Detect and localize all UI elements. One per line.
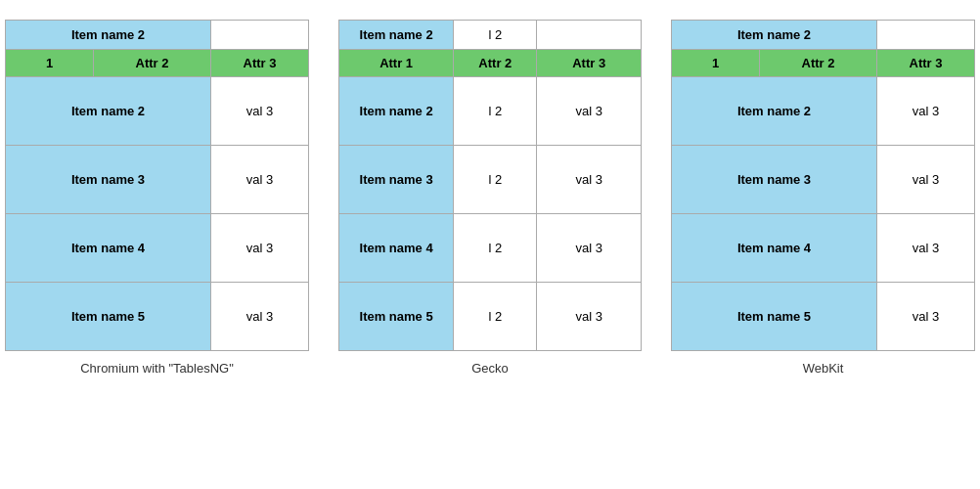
val3-cell: val 3: [537, 214, 642, 283]
header-attr3: Attr 3: [211, 50, 309, 77]
val3-cell: val 3: [877, 283, 975, 351]
partial-val2-cell: l 2: [454, 21, 537, 50]
val3-cell: val 3: [537, 146, 642, 214]
table-row: Item name 5 val 3: [672, 283, 975, 351]
item-name-cell: Item name 5: [339, 283, 454, 351]
chromium-section: Item name 2 1 Attr 2 Attr 3 Item name 2 …: [5, 20, 309, 376]
val3-cell: val 3: [211, 77, 309, 146]
item-name-cell: Item name 3: [339, 146, 454, 214]
header-attr2: Attr 2: [760, 50, 877, 77]
partial-row: Item name 2 l 2: [339, 21, 642, 50]
item-name-cell: Item name 4: [339, 214, 454, 283]
webkit-label: WebKit: [803, 361, 844, 376]
header-row: 1 Attr 2 Attr 3: [672, 50, 975, 77]
item-name-cell: Item name 2: [672, 77, 877, 146]
header-attr3: Attr 3: [877, 50, 975, 77]
header-attr1: Attr 1: [339, 50, 454, 77]
chromium-table: Item name 2 1 Attr 2 Attr 3 Item name 2 …: [5, 20, 309, 351]
val3-cell: val 3: [537, 283, 642, 351]
val2-cell: l 2: [454, 77, 537, 146]
chromium-label: Chromium with "TablesNG": [80, 361, 234, 376]
table-row: Item name 2 val 3: [672, 77, 975, 146]
header-1: 1: [6, 50, 94, 77]
header-attr2: Attr 2: [454, 50, 537, 77]
table-row: Item name 2 l 2 val 3: [339, 77, 642, 146]
partial-val3-cell: [537, 21, 642, 50]
header-row: 1 Attr 2 Attr 3: [6, 50, 309, 77]
item-name-cell: Item name 5: [6, 283, 211, 351]
table-row: Item name 4 val 3: [672, 214, 975, 283]
item-name-cell: Item name 2: [6, 77, 211, 146]
table-row: Item name 3 val 3: [672, 146, 975, 214]
gecko-section: Item name 2 l 2 Attr 1 Attr 2 Attr 3 Ite…: [338, 20, 642, 376]
table-row: Item name 5 val 3: [6, 283, 309, 351]
val2-cell: l 2: [454, 146, 537, 214]
val3-cell: val 3: [877, 77, 975, 146]
partial-val-cell: [211, 21, 309, 50]
val3-cell: val 3: [537, 77, 642, 146]
webkit-table: Item name 2 1 Attr 2 Attr 3 Item name 2 …: [671, 20, 975, 351]
partial-row: Item name 2: [6, 21, 309, 50]
table-row: Item name 3 l 2 val 3: [339, 146, 642, 214]
val3-cell: val 3: [211, 283, 309, 351]
header-row: Attr 1 Attr 2 Attr 3: [339, 50, 642, 77]
gecko-table: Item name 2 l 2 Attr 1 Attr 2 Attr 3 Ite…: [338, 20, 642, 351]
partial-item-cell: Item name 2: [672, 21, 877, 50]
val3-cell: val 3: [211, 214, 309, 283]
partial-item-cell: Item name 2: [6, 21, 211, 50]
partial-row: Item name 2: [672, 21, 975, 50]
table-row: Item name 4 val 3: [6, 214, 309, 283]
table-row: Item name 5 l 2 val 3: [339, 283, 642, 351]
partial-val3-cell: [877, 21, 975, 50]
item-name-cell: Item name 5: [672, 283, 877, 351]
tables-container: Item name 2 1 Attr 2 Attr 3 Item name 2 …: [5, 20, 975, 376]
val3-cell: val 3: [211, 146, 309, 214]
partial-item-cell: Item name 2: [339, 21, 454, 50]
val3-cell: val 3: [877, 214, 975, 283]
item-name-cell: Item name 3: [6, 146, 211, 214]
table-row: Item name 2 val 3: [6, 77, 309, 146]
val2-cell: l 2: [454, 283, 537, 351]
item-name-cell: Item name 4: [6, 214, 211, 283]
table-row: Item name 4 l 2 val 3: [339, 214, 642, 283]
item-name-cell: Item name 3: [672, 146, 877, 214]
gecko-label: Gecko: [471, 361, 509, 376]
header-1: 1: [672, 50, 760, 77]
val2-cell: l 2: [454, 214, 537, 283]
header-attr2: Attr 2: [94, 50, 211, 77]
item-name-cell: Item name 4: [672, 214, 877, 283]
item-name-cell: Item name 2: [339, 77, 454, 146]
webkit-section: Item name 2 1 Attr 2 Attr 3 Item name 2 …: [671, 20, 975, 376]
header-attr3: Attr 3: [537, 50, 642, 77]
val3-cell: val 3: [877, 146, 975, 214]
table-row: Item name 3 val 3: [6, 146, 309, 214]
